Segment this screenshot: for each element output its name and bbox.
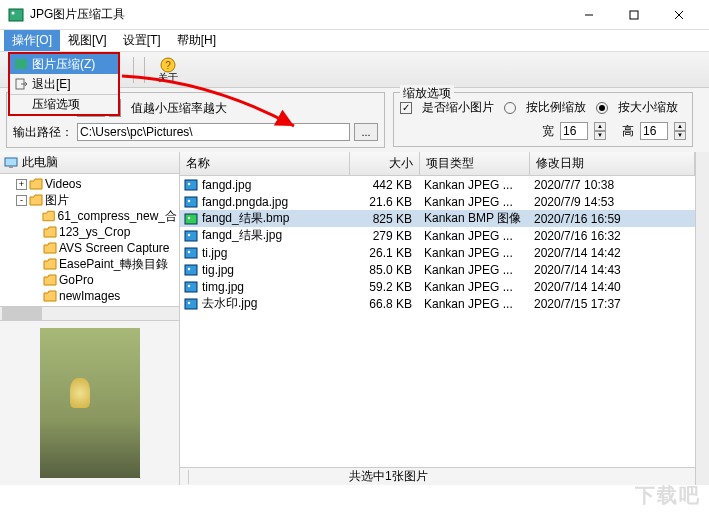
menu-settings[interactable]: 设置[T] bbox=[115, 30, 169, 51]
menu-view[interactable]: 视图[V] bbox=[60, 30, 115, 51]
minimize-button[interactable] bbox=[566, 1, 611, 29]
toolbar-separator bbox=[133, 57, 134, 83]
svg-rect-22 bbox=[185, 265, 197, 275]
col-date[interactable]: 修改日期 bbox=[530, 152, 695, 175]
folder-icon bbox=[43, 258, 57, 270]
tree-hscrollbar[interactable] bbox=[0, 306, 179, 320]
image-file-icon bbox=[184, 298, 198, 310]
tree-node[interactable]: -图片 bbox=[2, 192, 177, 208]
tree-node[interactable]: +Videos bbox=[2, 176, 177, 192]
svg-rect-0 bbox=[9, 9, 23, 21]
col-size[interactable]: 大小 bbox=[350, 152, 420, 175]
svg-rect-16 bbox=[185, 214, 197, 224]
folder-icon bbox=[29, 178, 43, 190]
compress-icon bbox=[14, 57, 28, 71]
svg-point-17 bbox=[188, 216, 190, 218]
preview-image bbox=[40, 328, 140, 478]
svg-point-27 bbox=[188, 301, 190, 303]
height-spinner[interactable]: ▲▼ bbox=[674, 122, 686, 140]
svg-rect-14 bbox=[185, 197, 197, 207]
expand-toggle[interactable]: - bbox=[16, 195, 27, 206]
file-row[interactable]: 去水印.jpg66.8 KBKankan JPEG ...2020/7/15 1… bbox=[180, 295, 695, 312]
svg-rect-8 bbox=[15, 59, 27, 69]
menu-operate[interactable]: 操作[O] bbox=[4, 30, 60, 51]
file-pane: 名称 大小 项目类型 修改日期 fangd.jpg442 KBKankan JP… bbox=[180, 152, 695, 485]
browse-button[interactable]: ... bbox=[354, 123, 378, 141]
maximize-button[interactable] bbox=[611, 1, 656, 29]
toolbar-separator bbox=[144, 57, 145, 83]
svg-point-23 bbox=[188, 267, 190, 269]
app-icon bbox=[8, 7, 24, 23]
folder-icon bbox=[43, 242, 57, 254]
tree-node[interactable]: AVS Screen Capture bbox=[2, 240, 177, 256]
folder-icon bbox=[43, 226, 57, 238]
svg-point-25 bbox=[188, 284, 190, 286]
svg-rect-26 bbox=[185, 299, 197, 309]
main-split: 此电脑 +Videos-图片61_compress_new_合123_ys_Cr… bbox=[0, 152, 709, 485]
output-label: 输出路径： bbox=[13, 124, 73, 141]
svg-text:?: ? bbox=[165, 60, 171, 71]
svg-rect-20 bbox=[185, 248, 197, 258]
svg-rect-18 bbox=[185, 231, 197, 241]
file-row[interactable]: ti.jpg26.1 KBKankan JPEG ...2020/7/14 14… bbox=[180, 244, 695, 261]
height-input[interactable] bbox=[640, 122, 668, 140]
dropdown-exit[interactable]: 退出[E] bbox=[10, 74, 118, 94]
tree-pane: 此电脑 +Videos-图片61_compress_new_合123_ys_Cr… bbox=[0, 152, 180, 485]
image-file-icon bbox=[184, 179, 198, 191]
status-bar: 共选中1张图片 bbox=[180, 467, 695, 485]
folder-icon bbox=[43, 290, 57, 302]
image-file-icon bbox=[184, 264, 198, 276]
file-row[interactable]: timg.jpg59.2 KBKankan JPEG ...2020/7/14 … bbox=[180, 278, 695, 295]
svg-point-19 bbox=[188, 233, 190, 235]
file-row[interactable]: fangd.jpg442 KBKankan JPEG ...2020/7/7 1… bbox=[180, 176, 695, 193]
output-path-input[interactable] bbox=[77, 123, 350, 141]
col-type[interactable]: 项目类型 bbox=[420, 152, 530, 175]
scale-legend: 缩放选项 bbox=[400, 85, 454, 102]
image-file-icon bbox=[184, 230, 198, 242]
scale-radio-ratio[interactable] bbox=[504, 102, 516, 114]
folder-tree[interactable]: +Videos-图片61_compress_new_合123_ys_CropAV… bbox=[0, 174, 179, 306]
ratio-hint: 值越小压缩率越大 bbox=[131, 100, 227, 117]
dropdown-compress[interactable]: 图片压缩(Z) bbox=[10, 54, 118, 74]
expand-toggle[interactable]: + bbox=[16, 179, 27, 190]
file-row[interactable]: fangd.pngda.jpg21.6 KBKankan JPEG ...202… bbox=[180, 193, 695, 210]
image-file-icon bbox=[184, 213, 198, 225]
status-text: 共选中1张图片 bbox=[349, 468, 428, 485]
col-name[interactable]: 名称 bbox=[180, 152, 350, 175]
menu-help[interactable]: 帮助[H] bbox=[169, 30, 224, 51]
image-file-icon bbox=[184, 281, 198, 293]
title-bar: JPG图片压缩工具 bbox=[0, 0, 709, 30]
close-button[interactable] bbox=[656, 1, 701, 29]
image-file-icon bbox=[184, 196, 198, 208]
svg-point-1 bbox=[12, 11, 15, 14]
dropdown-compress-opts[interactable]: 压缩选项 bbox=[10, 94, 118, 114]
tree-node[interactable]: GoPro bbox=[2, 272, 177, 288]
tree-header: 此电脑 bbox=[0, 152, 179, 174]
vscrollbar[interactable] bbox=[695, 152, 709, 485]
tree-node[interactable]: EasePaint_轉換目錄 bbox=[2, 256, 177, 272]
tree-node[interactable]: 61_compress_new_合 bbox=[2, 208, 177, 224]
menu-bar: 操作[O] 视图[V] 设置[T] 帮助[H] bbox=[0, 30, 709, 52]
width-input[interactable] bbox=[560, 122, 588, 140]
help-icon: ? bbox=[160, 57, 176, 73]
file-list[interactable]: fangd.jpg442 KBKankan JPEG ...2020/7/7 1… bbox=[180, 176, 695, 467]
folder-icon bbox=[29, 194, 43, 206]
operate-dropdown: 图片压缩(Z) 退出[E] 压缩选项 bbox=[8, 52, 120, 116]
file-row[interactable]: tig.jpg85.0 KBKankan JPEG ...2020/7/14 1… bbox=[180, 261, 695, 278]
exit-icon bbox=[14, 77, 28, 91]
preview-pane bbox=[0, 320, 179, 485]
scale-checkbox[interactable] bbox=[400, 102, 412, 114]
tree-node[interactable]: newImages bbox=[2, 288, 177, 304]
tree-node[interactable]: 123_ys_Crop bbox=[2, 224, 177, 240]
width-spinner[interactable]: ▲▼ bbox=[594, 122, 606, 140]
svg-point-15 bbox=[188, 199, 190, 201]
computer-icon bbox=[4, 157, 18, 169]
file-row[interactable]: fangd_结果.jpg279 KBKankan JPEG ...2020/7/… bbox=[180, 227, 695, 244]
svg-rect-10 bbox=[5, 158, 17, 166]
folder-icon bbox=[43, 274, 57, 286]
svg-point-13 bbox=[188, 182, 190, 184]
scale-radio-size[interactable] bbox=[596, 102, 608, 114]
svg-point-21 bbox=[188, 250, 190, 252]
file-row[interactable]: fangd_结果.bmp825 KBKankan BMP 图像2020/7/16… bbox=[180, 210, 695, 227]
about-button[interactable]: ? 关于 bbox=[152, 55, 184, 85]
